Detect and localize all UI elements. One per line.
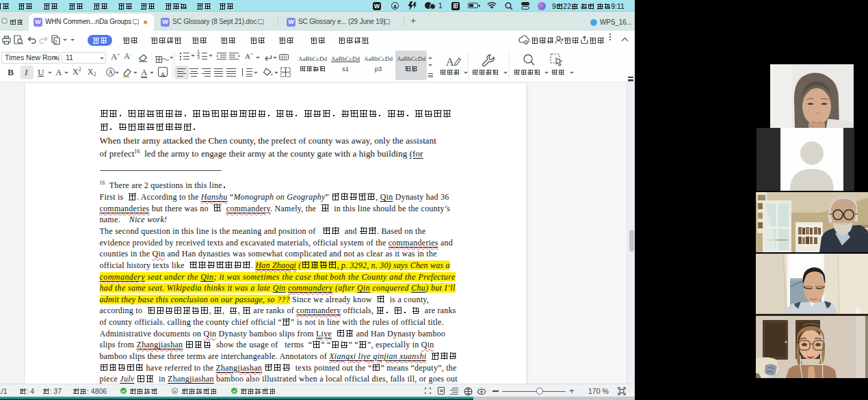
svg-text:2: 2 <box>55 40 57 44</box>
svg-text:A: A <box>446 56 454 68</box>
